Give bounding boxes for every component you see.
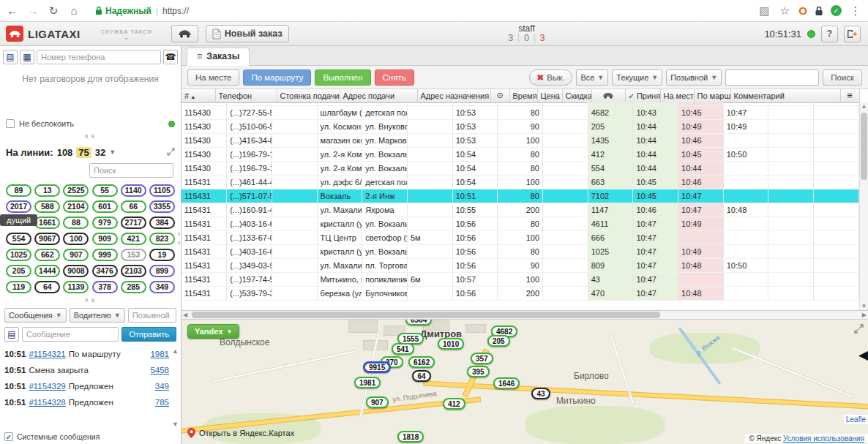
order-cell-onsite[interactable]: 10:48 (678, 286, 724, 300)
order-cell-pickup[interactable]: ул. Космонавтов 5 (317, 119, 362, 133)
message-callsign-link[interactable]: 5458 (150, 366, 169, 375)
driver-badge[interactable]: 999 (92, 249, 118, 261)
staff-count-a[interactable]: 3 (503, 34, 518, 43)
order-cell-time[interactable]: 10:57 (452, 272, 498, 286)
order-cell-comment[interactable] (768, 244, 814, 258)
order-cell-time[interactable]: 10:55 (452, 203, 498, 217)
done-button[interactable]: Выполнен (315, 69, 370, 86)
column-header-stand[interactable]: Стоянка подачи (277, 89, 340, 102)
order-cell-enroute[interactable]: 10:47 (723, 105, 768, 119)
order-cell-stand[interactable] (272, 133, 317, 147)
order-cell-price[interactable]: 90 (498, 258, 543, 272)
order-cell-enroute[interactable] (723, 230, 768, 244)
order-cell-enroute[interactable] (723, 161, 768, 175)
order-cell-dest[interactable]: ул. Маркова (362, 133, 408, 147)
order-cell-price[interactable]: 200 (498, 203, 543, 217)
scroll-up-icon[interactable]: ▲ (860, 103, 868, 110)
order-cell-enroute[interactable] (723, 272, 768, 286)
order-cell-accepted[interactable]: 10:45 (633, 189, 678, 203)
order-cell-phone[interactable]: (...)539-79-30 (227, 286, 272, 300)
scroll-left-icon[interactable]: ◀ (183, 311, 187, 320)
order-cell-onsite[interactable]: 10:49 (678, 244, 724, 258)
messages-type-select[interactable]: Сообщения▼ (4, 308, 67, 323)
order-row[interactable]: 115431(...)403-16-60кристалл (ул. Проул.… (182, 217, 859, 230)
order-cell-comment[interactable] (768, 286, 814, 300)
staff-count-c[interactable]: 3 (535, 34, 550, 43)
order-cell-stand[interactable] (272, 286, 317, 300)
order-cell-id[interactable]: 115431 (182, 217, 227, 230)
order-cell-dest[interactable]: 2-я Инж (362, 189, 408, 203)
driver-badge[interactable]: 349 (149, 281, 175, 293)
driver-badge[interactable]: 100 (63, 233, 89, 245)
driver-filter-select[interactable]: Водителю▼ (70, 308, 125, 323)
map-vehicle-badge[interactable]: 1010 (438, 338, 464, 350)
order-cell-dest[interactable]: Булочников (362, 286, 408, 300)
message-callsign-link[interactable]: 349 (155, 382, 169, 391)
column-header-comment[interactable]: Комментарий (730, 89, 840, 102)
column-header-menu[interactable]: ≡ (840, 89, 859, 102)
order-cell-timer[interactable] (407, 189, 452, 203)
order-cell-discount[interactable] (543, 203, 588, 217)
order-cell-comment[interactable] (768, 189, 814, 203)
order-cell-accepted[interactable]: 10:44 (633, 161, 678, 175)
order-row[interactable]: 115431(...)197-74-58Митькино, шиловполик… (182, 272, 859, 286)
order-cell-onsite[interactable]: 10:49 (678, 119, 724, 133)
order-cell-price[interactable]: 90 (498, 119, 543, 133)
driver-badge[interactable]: 2717 (121, 217, 146, 229)
card-extension-icon[interactable]: ▨ (757, 4, 771, 18)
driver-badge[interactable]: 2525 (63, 184, 89, 197)
expand-panel-icon[interactable] (167, 147, 175, 158)
message-input[interactable] (22, 327, 119, 342)
order-cell-id[interactable]: 115430 (182, 161, 227, 175)
order-cell-comment[interactable] (768, 230, 814, 244)
driver-badge[interactable]: 205 (6, 265, 31, 277)
driver-badge[interactable]: 66 (121, 200, 146, 213)
driver-badge[interactable]: 3476 (92, 265, 118, 277)
order-cell-price[interactable]: 80 (498, 217, 543, 230)
order-cell-pickup[interactable]: кристалл (ул. Про (317, 244, 362, 258)
logout-button[interactable] (844, 26, 861, 42)
enroute-button[interactable]: По маршруту (243, 69, 311, 86)
order-cell-phone[interactable]: (...)196-79-10 (227, 161, 272, 175)
order-cell-discount[interactable] (543, 175, 588, 189)
order-cell-car[interactable]: 412 (588, 147, 633, 161)
order-cell-comment[interactable] (768, 161, 814, 175)
order-cell-phone[interactable]: (...)133-67-04 (227, 230, 272, 244)
column-header-car[interactable] (591, 89, 625, 102)
online-total[interactable]: 108 (57, 147, 73, 158)
order-cell-car[interactable]: 554 (588, 161, 633, 175)
order-cell-menu[interactable] (814, 286, 859, 300)
column-header-pickup[interactable]: Адрес подачи (340, 89, 417, 102)
order-cell-dest[interactable]: поликлиника (ул. (362, 272, 408, 286)
driver-badge[interactable]: 3355 (149, 200, 175, 213)
driver-badge[interactable]: 909 (92, 233, 118, 245)
order-row[interactable]: 115431(...)461-44-47ул. дэфс 6/4, ребеде… (182, 175, 859, 189)
order-cell-stand[interactable] (272, 230, 317, 244)
order-cell-pickup[interactable]: ул. дэфс 6/4, ребе (317, 175, 362, 189)
order-cell-menu[interactable] (814, 258, 859, 272)
order-cell-pickup[interactable]: магазин океан (ул (317, 133, 362, 147)
section-collapse-top[interactable]: ∧∨ (0, 132, 181, 143)
orange-o-extension-icon[interactable]: O (798, 4, 807, 17)
order-cell-price[interactable]: 80 (498, 244, 543, 258)
order-cell-accepted[interactable]: 10:47 (633, 272, 678, 286)
order-cell-discount[interactable] (543, 133, 588, 147)
order-cell-accepted[interactable]: 10:43 (633, 105, 678, 119)
order-cell-car[interactable]: 663 (588, 175, 633, 189)
order-cell-car[interactable]: 1435 (588, 133, 633, 147)
order-cell-car[interactable]: 470 (588, 286, 633, 300)
back-icon[interactable]: ← (6, 4, 19, 17)
order-cell-discount[interactable] (543, 147, 588, 161)
cancel-button[interactable]: Снять (375, 69, 414, 86)
order-cell-discount[interactable] (543, 105, 588, 119)
order-cell-enroute[interactable]: 10:50 (723, 147, 768, 161)
online-dropdown-icon[interactable]: ▼ (109, 148, 116, 156)
order-cell-id[interactable]: 115430 (182, 133, 227, 147)
order-cell-price[interactable]: 100 (498, 175, 543, 189)
order-cell-stand[interactable] (272, 244, 317, 258)
check-extension-icon[interactable]: ✓ (831, 5, 842, 16)
order-cell-comment[interactable] (768, 258, 814, 272)
order-cell-timer[interactable] (407, 147, 452, 161)
scroll-down-icon[interactable]: ▼ (172, 421, 179, 428)
map-vehicle-badge[interactable]: 907 (366, 396, 389, 408)
